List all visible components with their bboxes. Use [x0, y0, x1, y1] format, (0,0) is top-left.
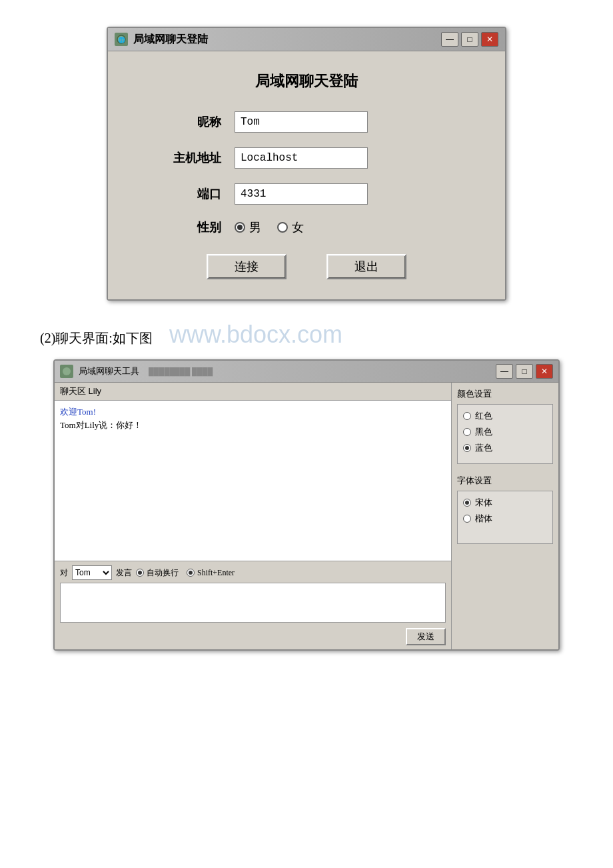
font-option-songti[interactable]: 宋体 — [463, 497, 547, 509]
minimize-button[interactable]: — — [441, 32, 458, 47]
chat-minimize-button[interactable]: — — [496, 364, 513, 379]
songti-label: 宋体 — [475, 497, 492, 509]
shift-enter-label: Shift+Enter — [197, 568, 235, 578]
gender-options: 男 女 — [235, 219, 304, 235]
titlebar-left: 🌐 局域网聊天登陆 — [115, 33, 208, 47]
login-titlebar: 🌐 局域网聊天登陆 — □ ✕ — [108, 28, 505, 51]
black-color-radio — [463, 428, 471, 436]
chat-window: 局域网聊天工具 ████████ ████ — □ ✕ 聊天区 Lily 欢迎T… — [53, 359, 560, 651]
chat-title-sub: ████████ ████ — [149, 367, 213, 375]
chat-titlebar-buttons: — □ ✕ — [496, 364, 553, 379]
font-section: 字体设置 宋体 楷体 — [457, 475, 553, 544]
female-label: 女 — [292, 219, 304, 235]
kaiti-radio — [463, 515, 471, 523]
chat-title: 局域网聊天工具 — [79, 365, 139, 377]
login-main-title: 局域网聊天登陆 — [141, 71, 472, 91]
nickname-row: 昵称 — [141, 111, 472, 133]
chat-titlebar-left: 局域网聊天工具 ████████ ████ — [60, 365, 213, 378]
color-section: 颜色设置 红色 黑色 蓝色 — [457, 388, 553, 464]
target-label: 对 — [60, 567, 68, 579]
target-select[interactable]: Tom — [72, 565, 112, 580]
host-label: 主机地址 — [141, 150, 221, 166]
female-radio-circle — [277, 222, 288, 233]
desc-area: (2)聊天界面:如下图 www.bdocx.com — [40, 321, 573, 349]
nickname-input[interactable] — [235, 111, 368, 133]
app-icon: 🌐 — [115, 33, 128, 46]
songti-radio — [463, 499, 471, 507]
chat-message-1: Tom对Lily说：你好！ — [60, 419, 446, 431]
login-window: 🌐 局域网聊天登陆 — □ ✕ 局域网聊天登陆 昵称 主机地址 端口 性别 — [107, 27, 506, 301]
svg-point-2 — [63, 367, 71, 375]
message-textarea[interactable] — [60, 583, 446, 623]
red-label: 红色 — [475, 410, 492, 422]
color-section-title: 颜色设置 — [457, 388, 553, 400]
chat-app-icon — [60, 365, 73, 378]
black-label: 黑色 — [475, 426, 492, 438]
input-radio-group: 自动换行 Shift+Enter — [136, 567, 235, 579]
login-body: 局域网聊天登陆 昵称 主机地址 端口 性别 男 女 — [108, 51, 505, 299]
font-option-kaiti[interactable]: 楷体 — [463, 513, 547, 525]
red-color-radio — [463, 412, 471, 420]
radio-shift-enter[interactable]: Shift+Enter — [187, 568, 235, 578]
gender-female[interactable]: 女 — [277, 219, 304, 235]
chat-left-panel: 聊天区 Lily 欢迎Tom! Tom对Lily说：你好！ 对 Tom 发言 自… — [55, 383, 452, 649]
maximize-button[interactable]: □ — [461, 32, 478, 47]
send-row: 发送 — [60, 628, 446, 645]
section-desc-text: (2)聊天界面:如下图 — [40, 331, 153, 345]
chat-maximize-button[interactable]: □ — [516, 364, 533, 379]
button-row: 连接 退出 — [141, 254, 472, 279]
svg-text:🌐: 🌐 — [118, 36, 126, 44]
port-row: 端口 — [141, 183, 472, 205]
chat-input-row1: 对 Tom 发言 自动换行 Shift+Enter — [60, 565, 446, 580]
titlebar-buttons: — □ ✕ — [441, 32, 498, 47]
connect-button[interactable]: 连接 — [207, 254, 287, 279]
color-option-red[interactable]: 红色 — [463, 410, 547, 422]
nickname-label: 昵称 — [141, 114, 221, 130]
color-options-box: 红色 黑色 蓝色 — [457, 404, 553, 464]
auto-wrap-label: 自动换行 — [147, 567, 179, 579]
font-section-title: 字体设置 — [457, 475, 553, 487]
section-desc: (2)聊天界面:如下图 www.bdocx.com — [40, 321, 573, 349]
chat-area-header: 聊天区 Lily — [55, 383, 451, 401]
chat-close-button[interactable]: ✕ — [536, 364, 553, 379]
chat-right-panel: 颜色设置 红色 黑色 蓝色 字体设置 — [452, 383, 558, 649]
gender-label: 性别 — [141, 219, 221, 235]
color-option-blue[interactable]: 蓝色 — [463, 442, 547, 454]
gender-row: 性别 男 女 — [141, 219, 472, 235]
gender-male[interactable]: 男 — [235, 219, 261, 235]
blue-label: 蓝色 — [475, 442, 492, 454]
port-label: 端口 — [141, 186, 221, 202]
color-option-black[interactable]: 黑色 — [463, 426, 547, 438]
font-options-box: 宋体 楷体 — [457, 491, 553, 544]
chat-body: 聊天区 Lily 欢迎Tom! Tom对Lily说：你好！ 对 Tom 发言 自… — [55, 383, 558, 649]
blue-color-radio — [463, 444, 471, 452]
quit-button[interactable]: 退出 — [326, 254, 406, 279]
watermark-text: www.bdocx.com — [169, 321, 342, 348]
login-window-title: 局域网聊天登陆 — [133, 33, 208, 47]
chat-messages: 欢迎Tom! Tom对Lily说：你好！ — [55, 401, 451, 561]
chat-message-welcome: 欢迎Tom! — [60, 406, 446, 418]
male-radio-circle — [235, 222, 245, 233]
kaiti-label: 楷体 — [475, 513, 492, 525]
close-button[interactable]: ✕ — [481, 32, 498, 47]
chat-input-area: 对 Tom 发言 自动换行 Shift+Enter — [55, 561, 451, 649]
auto-wrap-radio — [136, 569, 144, 577]
host-input[interactable] — [235, 147, 368, 169]
radio-auto-wrap[interactable]: 自动换行 — [136, 567, 179, 579]
chat-titlebar: 局域网聊天工具 ████████ ████ — □ ✕ — [55, 361, 558, 383]
host-row: 主机地址 — [141, 147, 472, 169]
shift-enter-radio — [187, 569, 195, 577]
send-button[interactable]: 发送 — [406, 628, 446, 645]
male-label: 男 — [249, 219, 261, 235]
port-input[interactable] — [235, 183, 368, 205]
say-label: 发言 — [116, 567, 132, 579]
